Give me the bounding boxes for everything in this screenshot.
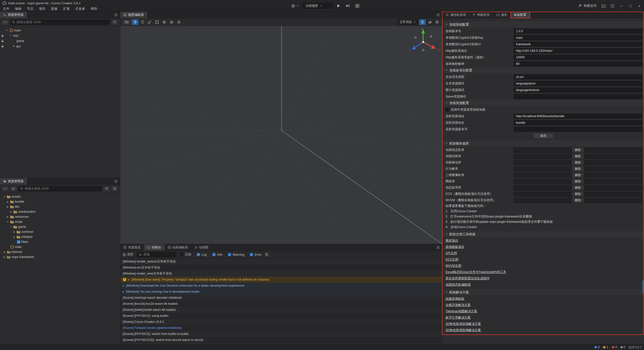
expand-arrow-icon[interactable]: ▶ [12,45,16,47]
doc-link-5[interactable]: Excel格式转Json文件与TypeScript代码工具 [446,270,506,274]
delete-button[interactable]: 删除 [572,191,584,197]
error-count-badge[interactable]: 0 [612,345,617,349]
tab-控制台[interactable]: 控制台 [144,244,165,251]
checkbox-checked[interactable]: ✓ [250,253,253,256]
step-button[interactable] [344,3,351,9]
basic-field-input-4[interactable]: 10000 [514,55,642,60]
hierarchy-menu-icon[interactable] [112,12,120,18]
scene-menu-icon[interactable] [434,12,442,18]
basic-field-input-1[interactable]: oops [514,35,642,40]
remote-load-checkbox[interactable] [446,108,449,111]
build-publish-button[interactable]: 构建发布 [577,3,599,9]
expand-arrow-icon[interactable]: ▶ [12,236,16,238]
language-field-input-1[interactable]: language/json [514,81,642,86]
open-folder-button[interactable] [600,3,608,9]
delete-button[interactable]: 删除 [572,154,584,159]
log-row-0[interactable]: [Window] render_texture文件夹不存在 [120,258,442,265]
filter-Error[interactable]: ✓Error [250,253,262,256]
tree-row-main[interactable]: main [0,244,120,249]
menu-item-4[interactable]: 面板 [48,6,60,12]
resource-field-input-0[interactable]: http://localhost:8083/assets/bundle [514,114,642,119]
maximize-button[interactable]: □ [626,2,634,10]
tab-属性检查器[interactable]: 属性检查器 [442,12,469,18]
filter-Log[interactable]: ✓Log [197,253,207,256]
checkbox-checked[interactable]: ✓ [197,253,200,256]
expand-arrow-icon[interactable]: ▼ [9,226,13,228]
save-button[interactable]: 保存 [534,133,553,139]
expand-arrow-icon[interactable]: ▶ [3,251,6,253]
tab-框架配置[interactable]: 框架配置 [511,12,530,18]
doc-link-1[interactable]: 游戏模板项目 [446,245,464,249]
tree-row-root[interactable]: ▼root [0,33,120,38]
export-log-button[interactable] [265,253,268,256]
world-local-toggle-button[interactable] [168,19,175,25]
play-button[interactable] [335,3,342,9]
rect-tool-button[interactable] [154,19,160,25]
tree-row-oops-framework[interactable]: ▶oops-framework [0,254,120,259]
tree-row-game[interactable]: game [0,38,120,43]
basic-field-input-0[interactable]: 1.0.5 [514,29,642,34]
log-row-2[interactable]: [Window] model_view文件夹不存在 [120,271,442,277]
delete-button[interactable]: 删除 [572,179,584,184]
basic-field-input-2[interactable]: framework [514,42,642,47]
tree-row-assets[interactable]: ▼assets [0,194,120,199]
expand-arrow-icon[interactable]: ▼ [5,29,9,31]
assets-filter-button[interactable] [103,186,110,191]
resource-field-input-2[interactable] [514,127,642,132]
language-field-input-2[interactable]: language/texture [514,88,642,93]
delete-button[interactable]: 删除 [572,185,584,190]
doc-link-2[interactable]: API文档 [446,251,457,255]
menu-item-3[interactable]: 项目 [36,6,48,12]
doc-link-7[interactable]: 动画状态机编辑器 [446,283,471,287]
tab-服务[interactable]: 服务 [493,12,511,18]
console-search-input[interactable]: 搜索 [137,252,177,257]
section-module-trim[interactable]: ▼ 框架模块裁剪 [442,140,644,147]
expand-arrow-icon[interactable]: ▶ [6,216,10,218]
log-row-7[interactable]: [Scene] [box2d]:box2d wasm lib loaded. [120,301,442,307]
help-button[interactable]: ? [609,3,616,9]
minimize-button[interactable]: ─ [617,2,625,10]
hierarchy-filter-button[interactable] [111,20,118,25]
filter-Warning[interactable]: ✓Warning [228,253,244,256]
log-row-12[interactable]: [Scene] [PHYSICS]: switch from builtin t… [120,331,442,337]
expand-arrow-icon[interactable]: ▶ [123,285,124,287]
expand-arrow-icon[interactable]: ▼ [3,196,6,198]
assets-search-input[interactable]: 搜索名称或 UUID [18,186,102,191]
delete-button[interactable]: 删除 [572,147,584,153]
tab-资源预览[interactable]: 资源预览 [120,244,144,251]
expand-arrow-icon[interactable]: ▶ [6,201,10,203]
tree-row-initialize[interactable]: ▶initialize [0,234,120,239]
create-asset-button[interactable]: +▼ [2,186,9,191]
checkbox-checked[interactable]: ✓ [228,253,231,256]
checkbox-unchecked[interactable] [180,253,183,256]
tree-row-seedrandom[interactable]: ▶seedrandom [0,209,120,214]
doc-link-3[interactable]: ECS文档 [446,257,458,262]
menu-item-6[interactable]: 开发者 [72,6,88,12]
tree-row-libs[interactable]: ▶libs [0,204,120,209]
language-field-input-3[interactable] [514,94,642,99]
dimension-toggle-button[interactable]: 3D [122,19,131,25]
menu-item-2[interactable]: 节点 [24,6,36,12]
doc-link-0[interactable]: 教程项目 [446,239,458,243]
inspector-scrollbar[interactable] [642,280,644,293]
menu-item-1[interactable]: 编辑 [12,6,24,12]
delete-button[interactable]: 删除 [572,166,584,171]
rotate-tool-button[interactable] [139,19,146,25]
log-row-13[interactable]: [Scene] [PHYSICS2D]: switch from box2d-w… [120,337,442,343]
refresh-assets-button[interactable] [111,186,118,191]
log-row-5[interactable]: ▶[Window] You are running Vue in develop… [120,289,442,295]
filter-正则[interactable]: 正则 [180,252,191,257]
expand-arrow-icon[interactable]: ▶ [9,211,13,213]
doc-link-6[interactable]: 原生包热更新配置自动生成插件 [446,276,490,281]
solution-link-1[interactable]: 全栈开发解决方案 [446,303,471,307]
log-row-9[interactable]: [Scene] [PHYSICS]: using builtin. [120,313,442,319]
tab-assets[interactable]: 资源管理器 [0,178,27,185]
tree-row-resources[interactable]: ▶resources [0,214,120,219]
scene-stats-button[interactable] [426,19,433,25]
lighting-toggle-button[interactable] [419,19,426,25]
solution-link-3[interactable]: 新手引导解决方案 [446,316,471,320]
solution-link-0[interactable]: 战旗游戏框架 [446,297,464,301]
solution-link-4[interactable]: 2D角色扮演游戏解决方案 [446,322,481,326]
log-count-badge[interactable]: 3 [594,345,600,349]
warning-count-badge[interactable]: 1 [603,345,608,349]
